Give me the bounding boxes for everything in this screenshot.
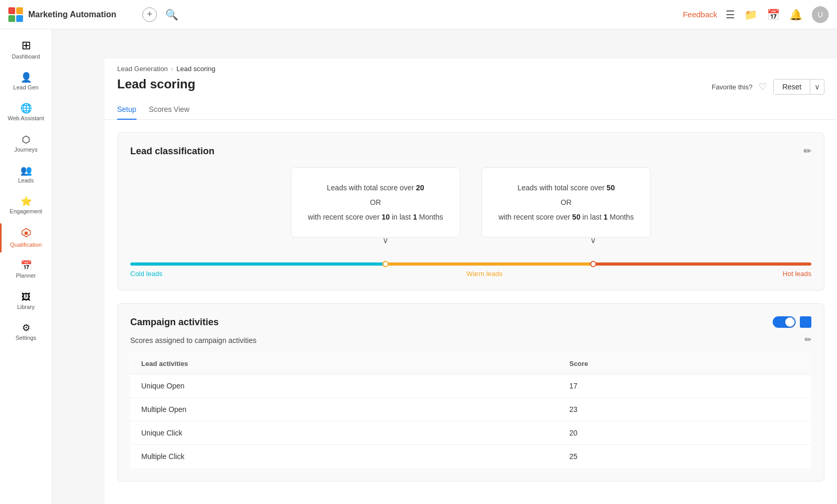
main-content: Lead Generation › Lead scoring Lead scor… bbox=[105, 59, 837, 504]
folder-icon[interactable]: 📁 bbox=[744, 8, 757, 21]
topbar: Marketing Automation + 🔍 Feedback ☰ 📁 📅 … bbox=[0, 0, 837, 29]
breadcrumb-current: Lead scoring bbox=[176, 65, 215, 73]
col-lead-activities: Lead activities bbox=[131, 353, 559, 374]
sidebar-item-qualification[interactable]: Qualification bbox=[0, 221, 52, 255]
sidebar-item-leads[interactable]: 👥 Leads bbox=[0, 159, 52, 190]
sidebar-item-journeys[interactable]: ⬡ Journeys bbox=[0, 129, 52, 159]
dashboard-icon: ⊞ bbox=[21, 40, 31, 51]
sidebar-item-lead-gen[interactable]: 👤 Lead Gen bbox=[0, 66, 52, 97]
activity-score: 25 bbox=[559, 445, 811, 468]
zoho-sq-green bbox=[8, 15, 15, 22]
sidebar-item-label: Engagement bbox=[9, 208, 42, 215]
card1-line2: OR bbox=[308, 195, 443, 210]
activity-score: 20 bbox=[559, 421, 811, 445]
lead-gen-icon: 👤 bbox=[20, 73, 32, 82]
tabs: Setup Scores View bbox=[105, 95, 837, 120]
table-header: Lead activities Score bbox=[131, 353, 811, 374]
settings-icon: ⚙ bbox=[22, 323, 30, 333]
sidebar-item-label: Qualification bbox=[10, 242, 42, 248]
slider-thumb-warm[interactable] bbox=[382, 261, 389, 267]
activity-name: Unique Click bbox=[131, 421, 559, 445]
tab-setup[interactable]: Setup bbox=[117, 101, 137, 120]
activity-name: Unique Open bbox=[131, 374, 559, 398]
sidebar-item-settings[interactable]: ⚙ Settings bbox=[0, 317, 52, 348]
activities-tbody: Unique Open 17 Multiple Open 23 Unique C… bbox=[131, 374, 811, 468]
heart-icon[interactable]: ♡ bbox=[759, 81, 767, 93]
zoho-logo bbox=[8, 7, 23, 22]
table-row: Multiple Click 25 bbox=[131, 445, 811, 468]
classification-card-hot: Leads with total score over 50 OR with r… bbox=[481, 167, 651, 237]
sidebar-item-label: Leads bbox=[18, 177, 34, 184]
tab-scores-view[interactable]: Scores View bbox=[149, 101, 190, 120]
table-row: Unique Click 20 bbox=[131, 421, 811, 445]
reset-button-wrapper: Reset ∨ bbox=[773, 79, 824, 95]
slider-labels: Cold leads Warm leads Hot leads bbox=[130, 270, 811, 278]
card2-months: 1 bbox=[604, 213, 608, 221]
card2-score: 50 bbox=[607, 184, 615, 192]
engagement-icon: ⭐ bbox=[20, 197, 32, 206]
hot-leads-label: Hot leads bbox=[783, 270, 811, 278]
warm-leads-label: Warm leads bbox=[467, 270, 503, 278]
slider-track[interactable] bbox=[130, 262, 811, 266]
calendar-icon[interactable]: 📅 bbox=[767, 8, 780, 21]
campaign-toggle[interactable] bbox=[773, 316, 796, 328]
sidebar-item-dashboard[interactable]: ⊞ Dashboard bbox=[0, 33, 52, 66]
sidebar: ⊞ Dashboard 👤 Lead Gen 🌐 Web Assistant ⬡… bbox=[0, 29, 52, 504]
sidebar-item-library[interactable]: 🖼 Library bbox=[0, 286, 52, 317]
cold-leads-label: Cold leads bbox=[130, 270, 162, 278]
zoho-sq-blue bbox=[16, 15, 23, 22]
app-name: Marketing Automation bbox=[28, 10, 116, 19]
bell-icon[interactable]: 🔔 bbox=[789, 8, 802, 21]
favorite-text: Favorite this? bbox=[711, 83, 752, 91]
feedback-link[interactable]: Feedback bbox=[683, 10, 717, 19]
col-score: Score bbox=[559, 353, 811, 374]
table-header-row: Lead activities Score bbox=[131, 353, 811, 374]
table-row: Multiple Open 23 bbox=[131, 398, 811, 421]
breadcrumb: Lead Generation › Lead scoring bbox=[105, 59, 837, 73]
sidebar-item-label: Library bbox=[17, 304, 35, 311]
qualification-icon bbox=[21, 227, 31, 239]
journeys-icon: ⬡ bbox=[22, 135, 30, 144]
sidebar-item-planner[interactable]: 📅 Planner bbox=[0, 255, 52, 285]
avatar[interactable]: U bbox=[812, 6, 829, 23]
page-header-actions: Favorite this? ♡ Reset ∨ bbox=[711, 79, 824, 95]
breadcrumb-parent[interactable]: Lead Generation bbox=[117, 65, 168, 73]
slider-thumb-hot[interactable] bbox=[590, 261, 596, 267]
search-icon[interactable]: 🔍 bbox=[165, 8, 178, 21]
web-assistant-icon: 🌐 bbox=[20, 104, 32, 113]
chevron-down-icon-1: ∨ bbox=[382, 235, 389, 245]
activity-score: 23 bbox=[559, 398, 811, 421]
zoho-sq-yellow bbox=[16, 7, 23, 14]
sidebar-item-label: Dashboard bbox=[12, 53, 40, 60]
library-icon: 🖼 bbox=[21, 292, 31, 302]
zoho-squares-icon bbox=[8, 7, 23, 22]
campaign-activities-section: Campaign activities Scores assigned to c… bbox=[117, 303, 824, 482]
content-area: Lead classification ✏ Leads with total s… bbox=[105, 120, 837, 504]
reset-button[interactable]: Reset bbox=[774, 79, 810, 94]
zoho-sq-red bbox=[8, 7, 15, 14]
activity-score: 17 bbox=[559, 374, 811, 398]
svg-rect-1 bbox=[25, 232, 28, 235]
page-title: Lead scoring bbox=[117, 77, 195, 91]
card2-line1: Leads with total score over 50 bbox=[499, 180, 634, 195]
card1-score: 20 bbox=[416, 184, 424, 192]
sidebar-item-web-assistant[interactable]: 🌐 Web Assistant bbox=[0, 97, 52, 128]
list-icon[interactable]: ☰ bbox=[726, 8, 735, 21]
chevron-indicators: ∨ ∨ bbox=[130, 248, 811, 262]
toggle-knob bbox=[785, 317, 795, 327]
activity-name: Multiple Click bbox=[131, 445, 559, 468]
table-edit-icon[interactable]: ✏ bbox=[805, 335, 811, 345]
sidebar-item-label: Lead Gen bbox=[13, 84, 38, 91]
card1-months: 1 bbox=[413, 213, 417, 221]
edit-icon[interactable]: ✏ bbox=[804, 145, 811, 157]
sidebar-item-engagement[interactable]: ⭐ Engagement bbox=[0, 190, 52, 221]
add-button[interactable]: + bbox=[142, 7, 157, 22]
card1-line1: Leads with total score over 20 bbox=[308, 180, 443, 195]
sidebar-item-label: Journeys bbox=[14, 146, 38, 153]
breadcrumb-separator: › bbox=[171, 65, 173, 73]
card2-recent-score: 50 bbox=[572, 213, 581, 221]
campaign-section-title: Campaign activities bbox=[130, 317, 219, 328]
reset-dropdown-button[interactable]: ∨ bbox=[810, 79, 824, 94]
table-row: Unique Open 17 bbox=[131, 374, 811, 398]
planner-icon: 📅 bbox=[20, 261, 32, 270]
